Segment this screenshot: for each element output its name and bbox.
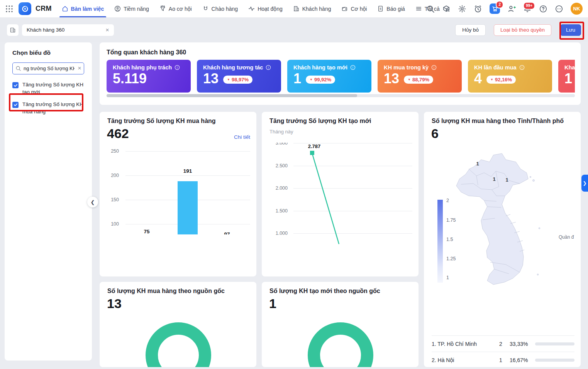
save-button[interactable]: Lưu — [560, 24, 581, 36]
package-search-icon[interactable] — [442, 5, 451, 13]
bar-chart-plot: 250 200 150 100 75 191 97 — [100, 147, 256, 234]
search-icon — [15, 66, 21, 71]
map-rank-row[interactable]: 1. TP. Hồ Chí Minh 2 33,33% — [432, 335, 574, 352]
cancel-button[interactable]: Hủy bỏ — [455, 24, 486, 36]
kpi-khach-hang-tuong-tac[interactable]: Khách hàng tương tác 13 ▼98,97% — [197, 60, 281, 93]
kpi-khach-hang-phu-trach[interactable]: Khách hàng phụ trách 5.119 — [107, 60, 191, 93]
app-launcher-icon[interactable] — [5, 5, 13, 13]
funnel-icon — [159, 5, 166, 12]
bar-191[interactable] — [178, 181, 198, 234]
magnet-icon — [202, 5, 209, 12]
legend-tick: 1.5 — [446, 237, 453, 242]
close-icon[interactable]: ✕ — [105, 27, 109, 33]
map-rank-row[interactable]: 2. Hà Nội 1 16,67% — [432, 352, 574, 367]
home-icon — [62, 5, 68, 12]
trend-line — [262, 143, 419, 245]
reminder-clock-icon[interactable] — [474, 5, 482, 13]
info-icon — [431, 65, 437, 70]
legend-tick: 1.75 — [446, 217, 456, 223]
add-user-icon[interactable] — [507, 5, 516, 13]
help-icon[interactable] — [539, 5, 547, 13]
tab-hoat-dong[interactable]: Hoạt động — [248, 0, 283, 17]
kpi-partial-card[interactable]: Kha 1 — [558, 60, 575, 93]
bar-chart-card: Tăng trưởng Số lượng KH mua hàng 462 Chi… — [100, 112, 256, 276]
donut-ring[interactable] — [302, 322, 379, 367]
chart-subtitle: Tháng này — [269, 129, 293, 135]
chart-title: Tăng trưởng Số lượng KH tạo mới — [269, 118, 371, 125]
legend-tick: 1 — [446, 275, 449, 280]
bar-label-191: 191 — [178, 168, 198, 174]
info-icon — [266, 65, 271, 70]
donut-ring[interactable] — [140, 322, 217, 367]
delta-badge: ▼88,79% — [404, 76, 433, 84]
donut-chart-card-mua-hang: Số lượng KH mua hàng theo nguồn gốc 13 — [100, 282, 256, 367]
collapse-sidebar-button[interactable]: ❮ — [87, 197, 98, 207]
kpi-scrollbar-thumb[interactable] — [107, 94, 357, 97]
detail-link[interactable]: Chi tiết — [234, 134, 250, 140]
bar-label-75: 75 — [137, 229, 157, 234]
map-value-label: 1 — [505, 177, 508, 183]
info-icon — [350, 65, 356, 70]
point-label: 2.787 — [303, 143, 325, 149]
map-chart-card: Số lượng KH mua hàng theo Tỉnh/Thành phố… — [424, 112, 581, 367]
percent-bar — [535, 359, 574, 362]
cart-badge: 2 — [496, 1, 503, 8]
hamburger-icon — [415, 5, 422, 12]
delta-badge: ▼92,16% — [486, 76, 516, 84]
tab-tiem-nang[interactable]: Tiềm năng — [114, 0, 149, 17]
kpi-kh-lan-dau-mua[interactable]: KH lần đầu mua 4 ▼92,16% — [468, 60, 552, 93]
invoice-icon: $ — [377, 5, 384, 12]
delta-badge: ▼98,97% — [223, 76, 252, 84]
bell-badge: 99+ — [523, 2, 535, 10]
tab-co-hoi[interactable]: Cơ hội — [341, 0, 367, 17]
kpi-khach-hang-tao-moi[interactable]: Khách hàng tạo mới 1 ▼99,92% — [287, 60, 371, 93]
wallet-icon — [341, 5, 348, 12]
top-navbar: CRM Bàn làm việc Tiềm năng Ao cơ hội Chà… — [0, 0, 588, 17]
tab-chao-hang[interactable]: Chào hàng — [202, 0, 238, 17]
overview-panel: Tổng quan khách hàng 360 Khách hàng phụ … — [100, 42, 581, 105]
building-icon — [293, 5, 300, 12]
info-icon — [175, 65, 180, 70]
tab-ban-lam-viec[interactable]: Bàn làm việc — [62, 0, 104, 17]
sidebar-title: Chọn biểu đồ — [12, 49, 84, 56]
kpi-card-row: Khách hàng phụ trách 5.119 Khách hàng tư… — [107, 60, 575, 93]
kpi-scrollbar[interactable] — [107, 94, 575, 97]
checkbox-checked-icon[interactable] — [12, 102, 19, 108]
chart-search-input[interactable] — [12, 62, 84, 74]
dashboard-list-icon[interactable] — [7, 24, 19, 36]
chart-option-tang-truong-kh-mua-hang[interactable]: Tăng trưởng Số lượng KHmua hàng — [12, 101, 84, 116]
chart-title: Số lượng KH tạo mới theo nguồn gốc — [269, 288, 380, 295]
vietnam-map[interactable]: 1 1 1 — [444, 147, 548, 289]
map-legend-gradient — [437, 200, 443, 283]
chart-total: 462 — [107, 126, 129, 141]
search-icon[interactable] — [426, 5, 435, 13]
cart-icon[interactable]: 2 — [490, 3, 500, 14]
dashboard-tab-khach-hang-360[interactable]: Khách hàng 360 ✕ — [22, 24, 114, 36]
chart-title: Số lượng KH mua hàng theo Tỉnh/Thành phố — [432, 118, 564, 125]
avatar[interactable]: NK — [571, 3, 583, 15]
crm-logo-icon[interactable] — [19, 2, 31, 15]
gear-icon[interactable] — [458, 5, 466, 13]
bar-label-97-clipped: 97 — [217, 231, 237, 234]
data-point-marker — [310, 151, 314, 155]
dashboard-toolbar: Khách hàng 360 ✕ Hủy bỏ Loại bỏ theo quy… — [0, 17, 588, 42]
chart-total: 1 — [269, 296, 276, 311]
clear-search-icon[interactable]: ✕ — [78, 66, 81, 71]
toolbar-actions: Hủy bỏ Loại bỏ theo quyền Lưu — [455, 24, 581, 36]
tab-bao-gia[interactable]: $ Báo giá — [377, 0, 405, 17]
tab-khach-hang[interactable]: Khách hàng — [293, 0, 331, 17]
bell-icon[interactable]: 99+ — [523, 5, 532, 13]
nav-actions: 2 99+ NK — [426, 3, 583, 15]
checkbox-checked-icon[interactable] — [12, 82, 19, 88]
remove-by-permission-button[interactable]: Loại bỏ theo quyền — [494, 24, 551, 36]
chart-option-tang-truong-kh-tao-moi[interactable]: Tăng trưởng Số lượng KHtạo mới — [12, 81, 84, 96]
island-label: Quần đ — [559, 234, 574, 240]
donut-chart-card-tao-moi: Số lượng KH tạo mới theo nguồn gốc 1 — [262, 282, 419, 367]
chart-title: Số lượng KH mua hàng theo nguồn gốc — [107, 288, 225, 295]
percent-bar — [535, 342, 574, 345]
expand-panel-button[interactable]: ❯ — [581, 175, 588, 192]
tab-ao-co-hoi[interactable]: Ao cơ hội — [159, 0, 192, 17]
kpi-kh-mua-trong-ky[interactable]: KH mua trong kỳ 13 ▼88,79% — [378, 60, 462, 93]
more-options-icon[interactable] — [555, 5, 563, 13]
activity-pulse-icon — [248, 5, 255, 12]
